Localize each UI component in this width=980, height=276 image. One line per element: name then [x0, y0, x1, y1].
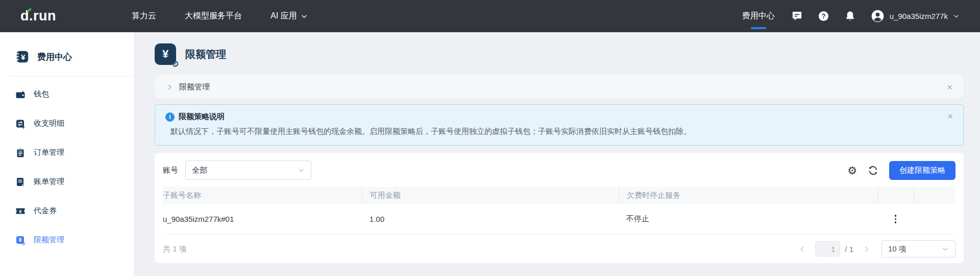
- avatar: [871, 9, 885, 23]
- svg-text:¥: ¥: [21, 53, 26, 61]
- create-quota-policy-button[interactable]: 创建限额策略: [889, 161, 955, 180]
- next-page-icon[interactable]: [863, 245, 870, 253]
- alert-body: 默认情况下，子账号可不限量使用主账号钱包的现金余额。启用限额策略后，子账号使用独…: [170, 127, 953, 136]
- sidebar-item-vouchers[interactable]: ¥ 代金券: [0, 196, 134, 225]
- svg-text:?: ?: [822, 12, 826, 20]
- yen-glyph: ¥: [162, 48, 168, 61]
- sidebar-item-label: 钱包: [34, 89, 49, 99]
- quota-table-card: 账号 全部 ⚙ 创建限额策略 子账号名称 可用金额 欠费时停止服务: [155, 153, 964, 263]
- sidebar-item-transactions[interactable]: ¥ 收支明细: [0, 109, 134, 138]
- primary-nav: 算力云 大模型服务平台 AI 应用: [132, 11, 308, 21]
- table-header-row: 子账号名称 可用金额 欠费时停止服务: [163, 187, 955, 204]
- page-size-value: 10 项: [888, 244, 906, 254]
- help-icon[interactable]: ?: [818, 10, 830, 22]
- order-management-icon: [15, 148, 26, 158]
- sidebar-item-quota-management[interactable]: ¥ ⚙ 限额管理: [0, 225, 134, 255]
- chevron-right-icon[interactable]: [166, 83, 174, 91]
- nav-item-label: 大模型服务平台: [185, 11, 242, 21]
- prev-page-icon[interactable]: [798, 245, 806, 253]
- cell-stop-on-arrears: 不停止: [619, 214, 878, 224]
- info-icon: i: [165, 112, 175, 122]
- page-title: 限额管理: [185, 48, 226, 61]
- nav-item-billing-center[interactable]: 费用中心: [740, 11, 777, 21]
- nav-item-ai-apps[interactable]: AI 应用: [271, 11, 308, 21]
- svg-text:⚙: ⚙: [21, 241, 26, 245]
- gear-icon: ⚙: [172, 60, 179, 68]
- sidebar-item-label: 订单管理: [34, 148, 64, 157]
- billing-center-icon: ¥: [15, 50, 30, 64]
- sidebar-item-label: 限额管理: [34, 235, 64, 245]
- column-header-spacer: [914, 187, 955, 204]
- navbar-right: 费用中心 ? u_90a35izm277k: [740, 9, 960, 23]
- row-actions-menu-icon[interactable]: [892, 212, 900, 226]
- settings-gear-icon[interactable]: ⚙: [847, 165, 857, 176]
- account-select[interactable]: 全部: [185, 160, 311, 180]
- breadcrumb-close-icon[interactable]: ×: [947, 82, 952, 92]
- chevron-down-icon: [942, 245, 949, 252]
- sidebar-item-bills[interactable]: ¥ 账单管理: [0, 167, 134, 196]
- alert-close-icon[interactable]: ×: [947, 111, 953, 121]
- sidebar-item-label: 收支明细: [34, 119, 64, 128]
- user-menu[interactable]: u_90a35izm277k: [871, 9, 960, 23]
- sidebar-item-wallet[interactable]: 钱包: [0, 80, 134, 109]
- main-content: ¥ ⚙ 限额管理 限额管理 × i 限额策略说明 默认情况下，子账号可不限量使用…: [134, 32, 980, 276]
- nav-item-label: 算力云: [132, 11, 156, 21]
- divider: [9, 76, 134, 77]
- sidebar-header-billing-center: ¥ 费用中心: [0, 48, 134, 66]
- nav-item-compute-cloud[interactable]: 算力云: [132, 11, 156, 21]
- voucher-icon: ¥: [15, 206, 26, 216]
- alert-title: 限额策略说明: [179, 112, 225, 122]
- total-count-label: 共 1 项: [163, 244, 187, 254]
- drun-logo[interactable]: d.run: [20, 8, 56, 24]
- table-toolbar: ⚙ 创建限额策略: [847, 161, 955, 180]
- breadcrumb[interactable]: 限额管理: [179, 82, 210, 92]
- top-navbar: d.run 算力云 大模型服务平台 AI 应用 费用中心 ? u_90a35iz…: [0, 0, 980, 32]
- messages-icon[interactable]: [791, 10, 803, 22]
- sidebar-header-label: 费用中心: [37, 51, 72, 63]
- table-footer: 共 1 项 1 / 1 10 项: [163, 235, 955, 263]
- wallet-icon: [15, 89, 26, 100]
- chevron-down-icon: [301, 13, 308, 20]
- nav-item-llm-platform[interactable]: 大模型服务平台: [185, 11, 242, 21]
- quota-policy-alert: i 限额策略说明 默认情况下，子账号可不限量使用主账号钱包的现金余额。启用限额策…: [155, 104, 964, 146]
- cell-sub-account: u_90a35izm277k#01: [163, 215, 362, 223]
- table-row: u_90a35izm277k#01 1.00 不停止: [163, 204, 955, 235]
- svg-text:¥: ¥: [22, 183, 24, 187]
- notifications-bell-icon[interactable]: [844, 10, 856, 22]
- page-size-select[interactable]: 10 项: [881, 240, 955, 258]
- breadcrumb-bar: 限额管理 ×: [155, 75, 964, 99]
- bill-management-icon: ¥: [15, 177, 26, 187]
- logo-text: d.run: [20, 8, 56, 24]
- nav-item-label: AI 应用: [271, 11, 297, 21]
- page-total-label: / 1: [845, 245, 853, 254]
- sidebar-item-orders[interactable]: 订单管理: [0, 138, 134, 167]
- sidebar: ¥ 费用中心 钱包 ¥ 收支明细: [0, 32, 134, 276]
- chevron-down-icon: [953, 13, 960, 19]
- chevron-down-icon: [298, 167, 305, 174]
- pagination: 1 / 1 10 项: [798, 240, 955, 258]
- column-header-sub-account: 子账号名称: [163, 191, 362, 200]
- filter-row: 账号 全部 ⚙ 创建限额策略: [163, 160, 955, 180]
- income-expense-icon: ¥: [15, 119, 26, 129]
- current-page-input[interactable]: 1: [815, 241, 840, 257]
- nav-item-label: 费用中心: [742, 11, 775, 20]
- active-tab-underline: [751, 27, 766, 29]
- column-header-stop-on-arrears: 欠费时停止服务: [619, 187, 878, 204]
- sidebar-item-label: 账单管理: [34, 177, 64, 187]
- sidebar-item-label: 代金券: [34, 206, 57, 216]
- username-label: u_90a35izm277k: [890, 12, 948, 20]
- quota-page-icon: ¥ ⚙: [155, 43, 176, 65]
- account-filter-label: 账号: [163, 166, 178, 175]
- svg-text:¥: ¥: [19, 208, 22, 214]
- quota-management-icon: ¥ ⚙: [15, 235, 26, 245]
- page-title-row: ¥ ⚙ 限额管理: [155, 43, 964, 65]
- cell-available-amount: 1.00: [362, 215, 619, 223]
- svg-text:¥: ¥: [22, 125, 25, 129]
- column-header-actions: [878, 187, 914, 204]
- account-select-value: 全部: [192, 166, 207, 175]
- column-header-available-amount: 可用金额: [362, 187, 619, 204]
- refresh-icon[interactable]: [868, 165, 878, 176]
